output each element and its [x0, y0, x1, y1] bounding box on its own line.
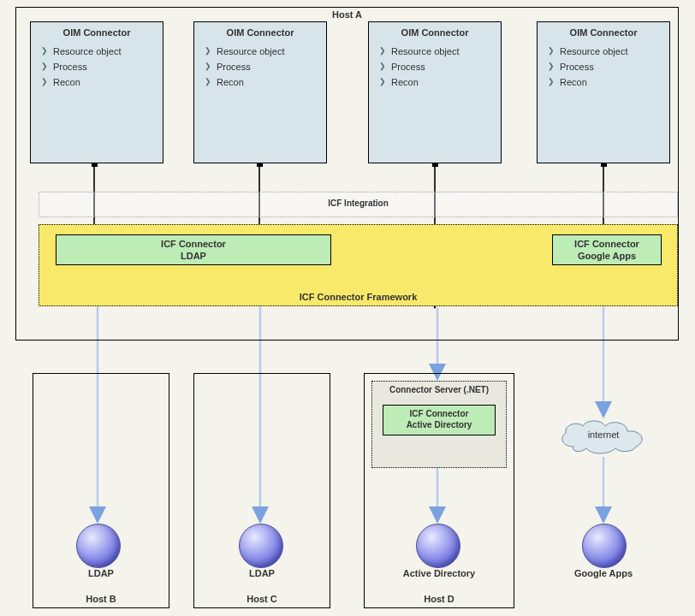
- icf-integration-label: ICF Integration: [39, 192, 677, 208]
- icf-ldap-line2: LDAP: [58, 251, 329, 263]
- oim-connector-2: OIM Connector Resource object Process Re…: [193, 21, 327, 163]
- host-d-label: Host D: [365, 594, 514, 604]
- oim-item: Process: [546, 60, 661, 75]
- ad-label: Active Directory: [364, 568, 514, 578]
- oim-title: OIM Connector: [538, 22, 669, 41]
- oim-title: OIM Connector: [194, 22, 326, 41]
- host-b-label: Host B: [33, 594, 169, 604]
- oim-connector-4: OIM Connector Resource object Process Re…: [537, 21, 670, 163]
- ldap-sphere-b: [76, 524, 121, 568]
- oim-connector-3: OIM Connector Resource object Process Re…: [368, 21, 502, 163]
- icf-integration-box: ICF Integration: [39, 192, 678, 217]
- icf-ldap-line1: ICF Connector: [58, 239, 329, 251]
- icf-ad-line2: Active Directory: [385, 420, 493, 431]
- oim-item: Recon: [203, 75, 318, 91]
- ldap-sphere-c: [239, 524, 283, 568]
- oim-item: Recon: [546, 75, 661, 91]
- oim-item: Recon: [377, 75, 492, 91]
- oim-list: Resource object Process Recon: [31, 41, 163, 93]
- internet-cloud: internet: [552, 418, 655, 457]
- cloud-label: internet: [552, 429, 655, 440]
- host-c-label: Host C: [194, 594, 330, 604]
- oim-item: Process: [203, 60, 318, 75]
- oim-title: OIM Connector: [369, 22, 501, 41]
- icf-framework-label: ICF Connector Framework: [39, 292, 677, 302]
- icf-google-line2: Google Apps: [555, 251, 659, 263]
- icf-connector-ad: ICF Connector Active Directory: [383, 405, 496, 435]
- oim-item: Process: [377, 60, 492, 75]
- host-a-label: Host A: [16, 9, 678, 20]
- ldap-label-b: LDAP: [33, 568, 169, 578]
- icf-google-line1: ICF Connector: [555, 239, 659, 251]
- google-label: Google Apps: [548, 568, 659, 578]
- oim-item: Resource object: [203, 44, 318, 60]
- ad-sphere: [416, 524, 460, 568]
- oim-list: Resource object Process Recon: [538, 41, 669, 93]
- oim-item: Resource object: [546, 44, 661, 60]
- oim-item: Resource object: [377, 44, 492, 60]
- connector-server-label: Connector Server (.NET): [372, 382, 506, 394]
- icf-connector-google: ICF Connector Google Apps: [552, 234, 662, 265]
- google-sphere: [582, 524, 627, 568]
- ldap-label-c: LDAP: [193, 568, 330, 578]
- oim-list: Resource object Process Recon: [194, 41, 326, 93]
- oim-item: Resource object: [39, 44, 154, 60]
- oim-item: Recon: [39, 75, 154, 91]
- oim-connector-1: OIM Connector Resource object Process Re…: [30, 21, 163, 163]
- oim-list: Resource object Process Recon: [369, 41, 501, 93]
- oim-item: Process: [39, 60, 154, 75]
- diagram-canvas: Host A OIM Connector Resource object Pro…: [0, 0, 695, 616]
- oim-title: OIM Connector: [31, 22, 163, 41]
- icf-connector-ldap: ICF Connector LDAP: [56, 234, 331, 265]
- icf-ad-line1: ICF Connector: [385, 409, 493, 420]
